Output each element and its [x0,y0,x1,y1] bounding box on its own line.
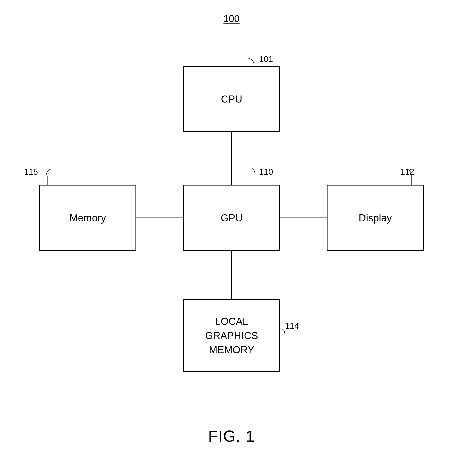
ref-110: 110 [259,167,273,177]
display-label: Display [359,212,392,224]
display-box: Display [327,185,424,251]
gpu-box: GPU [183,185,280,251]
cpu-box: CPU [183,66,280,132]
cpu-label: CPU [221,93,242,105]
gpu-label: GPU [221,212,243,224]
ref-112: 112 [400,167,414,177]
diagram-container: 100 CPU GPU Memory Display L [0,0,463,476]
lgm-box: LOCALGRAPHICSMEMORY [183,299,280,372]
ref-101: 101 [259,55,273,64]
fig-label: FIG. 1 [208,427,255,445]
ref-115: 115 [24,167,38,177]
lgm-label: LOCALGRAPHICSMEMORY [205,314,258,357]
diagram-title: 100 [223,13,240,24]
memory-label: Memory [70,212,106,224]
ref-114: 114 [285,321,299,331]
memory-box: Memory [39,185,136,251]
